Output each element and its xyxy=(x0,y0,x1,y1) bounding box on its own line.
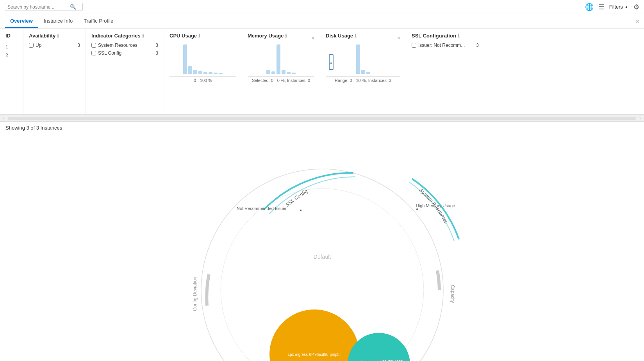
search-input[interactable] xyxy=(7,4,70,10)
memory-chart-area xyxy=(248,43,314,74)
ssl-config-checkbox[interactable] xyxy=(91,51,96,55)
topbar: 🔍 🌐 ☰ Filters ▲ ⚙ xyxy=(0,0,644,14)
system-resources-text: System Resources xyxy=(98,43,137,48)
filters-label: Filters xyxy=(609,4,623,10)
bubble-cpx-ingress-test-label: cpx-ingress-test-86d59cf467-652j8 xyxy=(348,357,410,361)
filter-cpu-header: CPU Usage ℹ xyxy=(169,33,236,39)
scroll-track[interactable] xyxy=(8,117,636,120)
capacity-label: Capacity xyxy=(450,285,455,303)
gear-icon[interactable]: ⚙ xyxy=(633,3,639,11)
disk-range-label: Range: 0 - 10 %, Instances: 3 xyxy=(326,78,400,83)
system-resources-row: System Resources 3 xyxy=(91,43,158,48)
availability-up-checkbox[interactable] xyxy=(29,43,34,48)
filter-indicator-section: Indicator Categories ℹ System Resources … xyxy=(86,29,164,114)
disk-usage-label: Disk Usage xyxy=(326,33,353,39)
availability-label: Availability xyxy=(29,33,55,39)
instances-label: Showing 3 of 3 Instances xyxy=(0,122,644,134)
cpu-info-icon: ℹ xyxy=(198,33,200,39)
ssl-config-info-icon: ℹ xyxy=(458,33,460,39)
cpu-usage-label: CPU Usage xyxy=(169,33,197,39)
scroll-left-icon[interactable]: ‹ xyxy=(0,116,8,120)
filter-panel: ID 1 2 Availability ℹ Up 3 Indicator Cat… xyxy=(0,29,644,115)
mem-bar-1 xyxy=(266,70,270,74)
disk-bar-1 xyxy=(356,44,360,74)
memory-close-icon[interactable]: × xyxy=(311,35,314,41)
nav-close-icon[interactable]: × xyxy=(636,18,639,25)
filter-id-row-2: 2 xyxy=(5,51,18,60)
viz-area: SSL Config System Resources Not Recommen… xyxy=(0,134,644,361)
ssl-config-label[interactable]: SSL Config xyxy=(91,50,121,56)
ssl-issuer-label[interactable]: Issuer: Not Recomm... xyxy=(412,43,465,48)
availability-up-label[interactable]: Up xyxy=(29,43,41,48)
mem-bar-5 xyxy=(287,72,291,74)
tab-instance-info[interactable]: Instance Info xyxy=(38,15,78,28)
availability-info-icon: ℹ xyxy=(57,33,59,39)
disk-info-icon: ℹ xyxy=(355,33,357,39)
availability-up-text: Up xyxy=(36,43,41,48)
high-memory-label: High Memory Usage xyxy=(416,203,455,208)
filter-disk-section: Disk Usage ℹ × Range: 0 - 10 %, Instance… xyxy=(320,29,406,114)
filter-memory-header: Memory Usage ℹ xyxy=(248,33,287,39)
ssl-config-row: SSL Config 3 xyxy=(91,50,158,56)
menu-icon[interactable]: ☰ xyxy=(598,3,605,11)
search-box[interactable]: 🔍 xyxy=(5,3,83,11)
disk-chart-area xyxy=(326,43,400,74)
cpu-bar-6 xyxy=(209,72,212,74)
mem-bar-2 xyxy=(271,71,275,74)
ssl-issuer-checkbox[interactable] xyxy=(412,43,416,48)
tab-overview[interactable]: Overview xyxy=(5,15,38,28)
cpu-bar-8 xyxy=(219,73,223,74)
filter-id-label: ID xyxy=(5,33,11,39)
svg-point-5 xyxy=(416,208,418,210)
filter-id-header: ID xyxy=(5,33,18,39)
globe-icon[interactable]: 🌐 xyxy=(585,3,594,11)
filter-cpu-section: CPU Usage ℹ 0 - 100 % xyxy=(164,29,242,114)
filter-availability-header: Availability ℹ xyxy=(29,33,80,39)
ssl-issuer-count: 3 xyxy=(476,43,479,48)
bubble-cpx-ingress-1-label: cpx-ingress-6f49fbcd96-pmpbt xyxy=(284,349,344,361)
filter-id-section: ID 1 2 xyxy=(0,29,23,114)
config-deviation-label: Config Deviation xyxy=(192,277,198,311)
filters-button[interactable]: Filters ▲ xyxy=(609,4,628,10)
cpu-bar-3 xyxy=(193,70,197,74)
cpu-chart-area xyxy=(169,43,236,74)
disk-close-icon[interactable]: × xyxy=(397,35,400,41)
ssl-issuer-row: Issuer: Not Recomm... 3 xyxy=(412,43,479,48)
memory-range-label: Selected: 0 - 0 %, Instances: 0 xyxy=(248,78,314,83)
filter-ssl-section: SSL Configuration ℹ Issuer: Not Recomm..… xyxy=(406,29,484,114)
scroll-right-icon[interactable]: › xyxy=(636,116,644,120)
ssl-configuration-label: SSL Configuration xyxy=(412,33,456,39)
search-icon: 🔍 xyxy=(70,4,76,10)
not-recommended-label: Not Recommended Issuer xyxy=(237,206,287,211)
filter-availability-section: Availability ℹ Up 3 xyxy=(23,29,86,114)
cpu-bar-2 xyxy=(188,66,192,74)
memory-usage-label: Memory Usage xyxy=(248,33,284,39)
availability-up-row: Up 3 xyxy=(29,43,80,48)
memory-info-icon: ℹ xyxy=(285,33,287,39)
availability-up-count: 3 xyxy=(77,43,80,48)
nav-tabs: Overview Instance Info Traffic Profile × xyxy=(0,14,644,29)
mem-bar-6 xyxy=(292,73,296,74)
ssl-config-text: SSL Config xyxy=(98,50,121,56)
filter-memory-section: Memory Usage ℹ × Selected: 0 - 0 %, Inst… xyxy=(242,29,320,114)
disk-bar-2 xyxy=(361,70,365,74)
default-text: Default xyxy=(313,254,330,260)
ssl-issuer-text: Issuer: Not Recomm... xyxy=(418,43,465,48)
cpu-bar-4 xyxy=(198,71,202,74)
scroll-row: ‹ › xyxy=(0,115,644,122)
disk-slider-handle[interactable] xyxy=(329,54,334,70)
tab-traffic-profile[interactable]: Traffic Profile xyxy=(78,15,119,28)
system-resources-checkbox[interactable] xyxy=(91,43,96,48)
system-resources-count: 3 xyxy=(155,43,158,48)
disk-bar-3 xyxy=(366,72,370,74)
filter-disk-header: Disk Usage ℹ xyxy=(326,33,357,39)
ssl-config-count: 3 xyxy=(155,50,158,56)
system-resources-label[interactable]: System Resources xyxy=(91,43,137,48)
mem-bar-4 xyxy=(282,70,285,74)
filter-indicator-header: Indicator Categories ℹ xyxy=(91,33,158,39)
cpu-bar-5 xyxy=(203,72,207,74)
filters-chevron-icon: ▲ xyxy=(624,5,628,9)
mem-bar-3 xyxy=(277,44,280,74)
cpu-bar-1 xyxy=(183,44,187,74)
svg-point-4 xyxy=(300,210,301,211)
